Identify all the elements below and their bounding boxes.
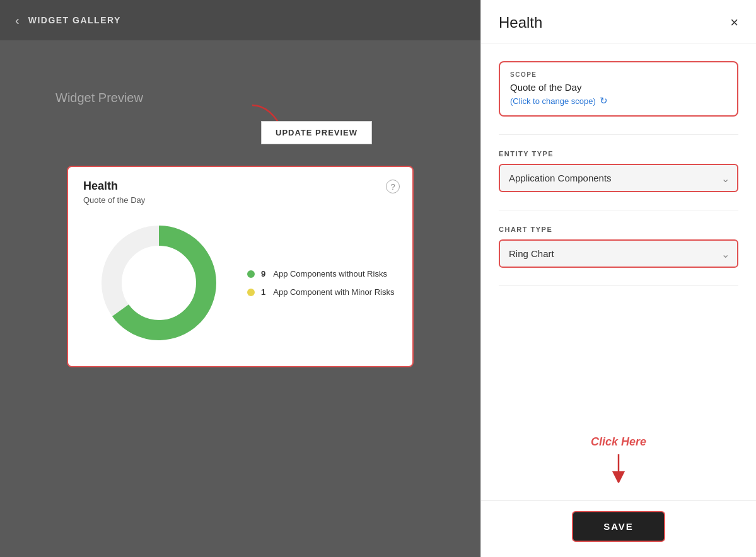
scope-value: Quote of the Day	[510, 82, 727, 93]
legend-label-green: App Components without Risks	[273, 269, 387, 278]
scope-change-link[interactable]: (Click to change scope) ↻	[510, 95, 727, 106]
ring-chart-svg	[96, 220, 222, 346]
divider-1	[499, 134, 738, 135]
spacer	[499, 301, 738, 435]
panel-header: Health ×	[481, 0, 756, 43]
entity-type-select-wrapper: Application Components Services Infrastr…	[499, 164, 738, 192]
right-panel: Health × SCOPE Quote of the Day (Click t…	[480, 0, 756, 557]
legend-dot-yellow	[247, 289, 255, 296]
widget-card-subtitle: Quote of the Day	[83, 195, 397, 205]
back-button[interactable]: ‹	[15, 13, 20, 28]
divider-2	[499, 210, 738, 210]
click-here-annotation: Click Here	[499, 435, 738, 483]
legend-label-yellow: App Component with Minor Risks	[273, 287, 394, 297]
update-preview-button[interactable]: UPDATE PREVIEW	[261, 121, 372, 144]
click-here-arrow-svg	[600, 451, 637, 483]
chart-type-section: CHART TYPE Ring Chart Bar Chart Pie Char…	[499, 226, 738, 268]
chart-type-label: CHART TYPE	[499, 226, 738, 233]
entity-type-label: ENTITY TYPE	[499, 150, 738, 158]
widget-card-title: Health	[83, 180, 397, 193]
widget-preview-label: Widget Preview	[55, 91, 143, 105]
entity-type-section: ENTITY TYPE Application Components Servi…	[499, 150, 738, 192]
scope-change-text[interactable]: (Click to change scope)	[510, 96, 596, 106]
save-button[interactable]: SAVE	[572, 511, 665, 542]
gallery-title: WIDGET GALLERY	[28, 15, 121, 25]
refresh-icon[interactable]: ↻	[600, 95, 608, 106]
svg-point-3	[122, 246, 195, 319]
chart-type-select-wrapper: Ring Chart Bar Chart Pie Chart ⌄	[499, 239, 738, 268]
left-content: Widget Preview UPDATE PREVIEW Health Quo…	[0, 40, 480, 557]
panel-body: SCOPE Quote of the Day (Click to change …	[481, 43, 756, 500]
close-button[interactable]: ×	[730, 16, 738, 30]
chart-area: 9 App Components without Risks 1 App Com…	[83, 220, 397, 346]
scope-section: SCOPE Quote of the Day (Click to change …	[499, 61, 738, 117]
legend-dot-green	[247, 270, 255, 278]
top-bar: ‹ WIDGET GALLERY	[0, 0, 480, 40]
legend-item-green: 9 App Components without Risks	[247, 269, 394, 278]
legend-count-yellow: 1	[261, 287, 265, 297]
divider-3	[499, 285, 738, 286]
chart-type-select[interactable]: Ring Chart Bar Chart Pie Chart	[500, 241, 737, 267]
left-panel: ‹ WIDGET GALLERY Widget Preview UPDATE P…	[0, 0, 480, 557]
legend-count-green: 9	[261, 269, 265, 278]
widget-card: Health Quote of the Day ?	[67, 166, 414, 367]
legend-item-yellow: 1 App Component with Minor Risks	[247, 287, 394, 297]
help-icon[interactable]: ?	[386, 180, 400, 193]
legend: 9 App Components without Risks 1 App Com…	[247, 269, 394, 297]
scope-label: SCOPE	[510, 71, 727, 78]
click-here-label: Click Here	[591, 435, 646, 449]
entity-type-select[interactable]: Application Components Services Infrastr…	[500, 165, 737, 191]
panel-title: Health	[499, 14, 542, 32]
panel-footer: SAVE	[481, 500, 756, 557]
